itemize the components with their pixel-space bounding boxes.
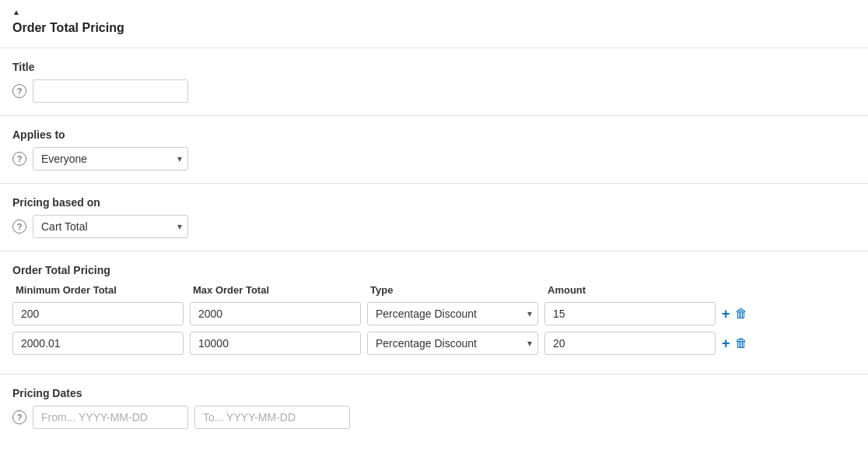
table-row: Percentage Discount Fixed Discount Fixed…	[12, 302, 856, 325]
row1-max-order-input[interactable]	[190, 302, 361, 325]
row1-type-select[interactable]: Percentage Discount Fixed Discount Fixed…	[367, 302, 538, 325]
pricing-based-on-select[interactable]: Cart Total Order Total	[33, 215, 188, 238]
pricing-dates-section: Pricing Dates ?	[12, 374, 856, 441]
pricing-based-on-help-icon[interactable]: ?	[12, 220, 26, 234]
title-input[interactable]	[33, 79, 188, 103]
applies-to-help-icon[interactable]: ?	[12, 152, 26, 166]
row2-max-order-input[interactable]	[190, 332, 361, 355]
col-header-min: Minimum Order Total	[12, 283, 184, 297]
pricing-based-on-select-wrapper: Cart Total Order Total ▾	[33, 215, 188, 238]
row2-amount-input[interactable]	[544, 332, 716, 355]
order-total-pricing-section: Order Total Pricing Minimum Order Total …	[12, 251, 856, 374]
applies-to-section: Applies to ? Everyone Logged In Guest ▾	[12, 116, 856, 183]
row2-min-order-input[interactable]	[12, 332, 184, 355]
row2-actions: + 🗑	[722, 336, 856, 350]
title-section: Title ?	[12, 48, 856, 115]
applies-to-select-wrapper: Everyone Logged In Guest ▾	[33, 147, 188, 171]
col-header-amount: Amount	[544, 283, 716, 297]
row1-amount-input[interactable]	[544, 302, 716, 325]
row2-add-button[interactable]: +	[722, 336, 730, 350]
pricing-dates-help-icon[interactable]: ?	[12, 410, 26, 424]
applies-to-select[interactable]: Everyone Logged In Guest	[33, 147, 188, 171]
pricing-based-on-section: Pricing based on ? Cart Total Order Tota…	[12, 184, 856, 251]
row1-min-order-input[interactable]	[12, 302, 184, 325]
col-header-type: Type	[367, 283, 538, 297]
row2-type-select[interactable]: Percentage Discount Fixed Discount Fixed…	[367, 332, 538, 355]
to-date-input[interactable]	[194, 406, 350, 429]
pricing-based-on-label: Pricing based on	[12, 196, 856, 209]
row1-add-button[interactable]: +	[722, 307, 730, 321]
col-header-actions	[722, 283, 856, 297]
row2-type-select-wrapper: Percentage Discount Fixed Discount Fixed…	[367, 332, 538, 355]
title-help-icon[interactable]: ?	[12, 84, 26, 98]
row1-actions: + 🗑	[722, 307, 856, 321]
collapse-arrow[interactable]: ▲	[12, 8, 856, 16]
row1-delete-button[interactable]: 🗑	[735, 308, 747, 320]
pricing-dates-label: Pricing Dates	[12, 387, 856, 399]
applies-to-label: Applies to	[12, 128, 856, 141]
order-total-pricing-label: Order Total Pricing	[12, 264, 856, 276]
row2-delete-button[interactable]: 🗑	[735, 337, 747, 350]
table-row: Percentage Discount Fixed Discount Fixed…	[12, 332, 856, 355]
table-header-row: Minimum Order Total Max Order Total Type…	[12, 283, 856, 297]
from-date-input[interactable]	[33, 406, 188, 429]
col-header-max: Max Order Total	[190, 283, 361, 297]
title-label: Title	[12, 61, 856, 73]
page-title: Order Total Pricing	[12, 21, 856, 35]
row1-type-select-wrapper: Percentage Discount Fixed Discount Fixed…	[367, 302, 538, 325]
